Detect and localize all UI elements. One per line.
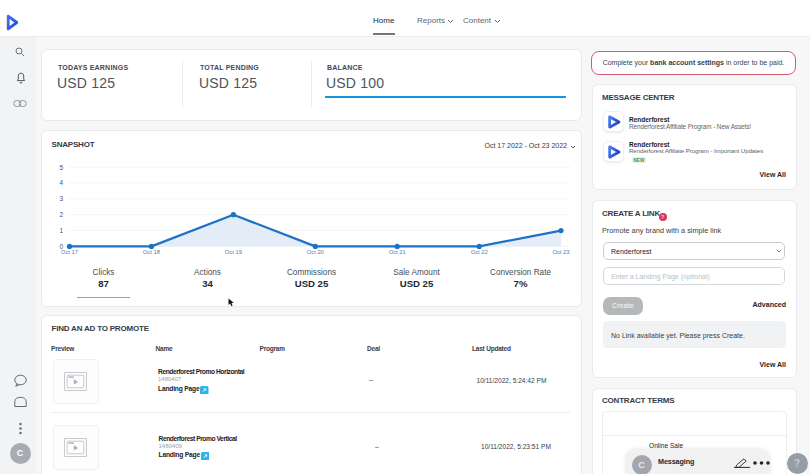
svg-text:Oct 19: Oct 19 — [225, 249, 242, 255]
svg-text:3: 3 — [59, 195, 63, 202]
svg-text:Oct 23: Oct 23 — [552, 249, 569, 255]
svg-text:Oct 18: Oct 18 — [143, 249, 160, 255]
svg-text:Oct 17: Oct 17 — [61, 249, 78, 255]
svg-text:2: 2 — [59, 211, 63, 218]
svg-text:Oct 20: Oct 20 — [307, 249, 324, 255]
svg-text:5: 5 — [59, 164, 63, 171]
svg-text:4: 4 — [59, 179, 63, 186]
svg-text:1: 1 — [59, 227, 63, 234]
svg-text:Oct 22: Oct 22 — [471, 249, 488, 255]
svg-text:Oct 21: Oct 21 — [389, 249, 406, 255]
